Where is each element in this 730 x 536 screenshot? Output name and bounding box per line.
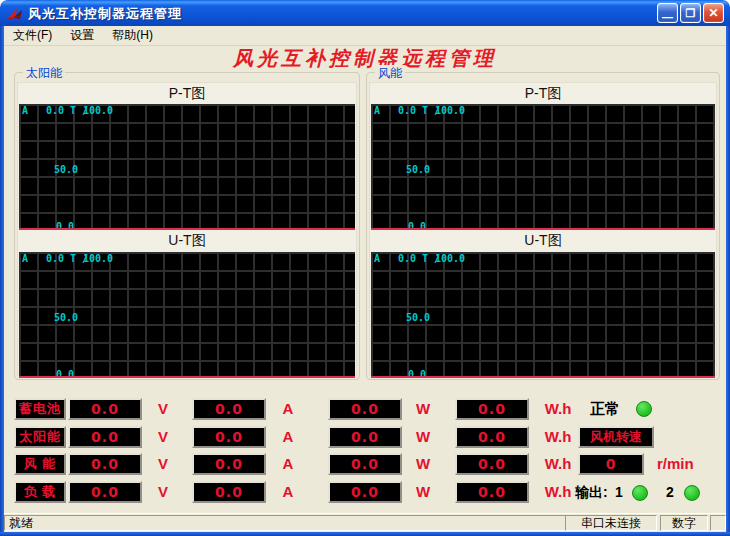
- y-mid-label: 50.0: [54, 312, 78, 323]
- group-label-solar: 太阳能: [23, 65, 65, 82]
- group-label-wind: 风能: [375, 65, 405, 82]
- current-display: 0.0: [192, 398, 266, 420]
- normal-status-led: [636, 401, 652, 417]
- wind-ut-chart: A 0.0 T / 100.0 50.0 0.0: [371, 252, 715, 378]
- y-max-label: 100.0: [435, 253, 465, 264]
- solar-panel-group: 太阳能 P-T图 A 0.0 T / 100.0 50.0 0.0 U-T图 A…: [14, 72, 360, 380]
- time-scale-label: 0.0 T /: [46, 105, 88, 116]
- output-label: 输出:: [575, 484, 608, 502]
- app-icon: [7, 5, 23, 21]
- y-mid-label: 50.0: [406, 164, 430, 175]
- minimize-button[interactable]: —: [657, 3, 678, 23]
- app-window: 风光互补控制器远程管理 — ❐ ✕ 文件(F) 设置 帮助(H) 风光互补控制器…: [0, 0, 730, 536]
- power-display: 0.0: [328, 453, 402, 475]
- window-border-left: [0, 24, 4, 536]
- power-display: 0.0: [328, 398, 402, 420]
- readout-label: 蓄电池: [14, 398, 66, 420]
- energy-unit: W.h: [535, 455, 581, 472]
- output1-led: [632, 485, 648, 501]
- current-display: 0.0: [192, 426, 266, 448]
- current-unit: A: [270, 428, 306, 445]
- y-max-label: 100.0: [435, 105, 465, 116]
- voltage-unit: V: [145, 428, 181, 445]
- readout-row-wind: 风 能 0.0 V 0.0 A 0.0 W 0.0 W.h 0 r/min: [0, 453, 730, 477]
- chart-title-ut: U-T图: [18, 230, 356, 251]
- voltage-display: 0.0: [68, 398, 142, 420]
- current-display: 0.0: [192, 453, 266, 475]
- maximize-button[interactable]: ❐: [680, 3, 701, 23]
- voltage-display: 0.0: [68, 481, 142, 503]
- menu-item-help[interactable]: 帮助(H): [103, 26, 162, 45]
- chart-title-pt: P-T图: [370, 83, 716, 104]
- page-title: 风光互补控制器远程管理: [0, 45, 730, 72]
- window-border-right: [726, 24, 730, 536]
- voltage-unit: V: [145, 483, 181, 500]
- y-max-label: 100.0: [83, 253, 113, 264]
- voltage-unit: V: [145, 455, 181, 472]
- y-min-label: 0.0: [408, 221, 426, 230]
- wind-pt-chart: A 0.0 T / 100.0 50.0 0.0: [371, 104, 715, 230]
- energy-unit: W.h: [535, 400, 581, 417]
- fan-speed-label: 风机转速: [578, 426, 654, 448]
- solar-ut-chart: A 0.0 T / 100.0 50.0 0.0: [19, 252, 355, 378]
- energy-display: 0.0: [455, 453, 529, 475]
- power-unit: W: [405, 455, 441, 472]
- close-button[interactable]: ✕: [703, 3, 724, 23]
- normal-status-label: 正常: [590, 400, 620, 419]
- energy-display: 0.0: [455, 426, 529, 448]
- solar-pt-chart: A 0.0 T / 100.0 50.0 0.0: [19, 104, 355, 230]
- output2-label: 2: [666, 484, 674, 500]
- fan-speed-unit: r/min: [657, 455, 694, 472]
- readout-label: 负 载: [14, 481, 66, 503]
- y-axis-label: A: [374, 253, 380, 264]
- current-unit: A: [270, 455, 306, 472]
- y-mid-label: 50.0: [406, 312, 430, 323]
- readout-row-load: 负 载 0.0 V 0.0 A 0.0 W 0.0 W.h 输出: 1 2: [0, 481, 730, 505]
- energy-display: 0.0: [455, 398, 529, 420]
- y-min-label: 0.0: [56, 369, 74, 378]
- statusbar: 就绪 串口未连接 数字: [4, 513, 726, 532]
- menu-item-file[interactable]: 文件(F): [4, 26, 61, 45]
- window-title: 风光互补控制器远程管理: [28, 5, 182, 23]
- statusbar-serial-status: 串口未连接: [565, 515, 657, 531]
- fan-speed-display: 0: [578, 453, 644, 475]
- wind-chart-card: P-T图 A 0.0 T / 100.0 50.0 0.0 U-T图 A 0.0…: [369, 82, 717, 376]
- y-axis-label: A: [22, 105, 28, 116]
- statusbar-mode: 数字: [660, 515, 708, 531]
- voltage-display: 0.0: [68, 453, 142, 475]
- y-axis-label: A: [22, 253, 28, 264]
- readout-row-battery: 蓄电池 0.0 V 0.0 A 0.0 W 0.0 W.h 正常: [0, 398, 730, 422]
- time-scale-label: 0.0 T /: [398, 105, 440, 116]
- window-titlebar[interactable]: 风光互补控制器远程管理 — ❐ ✕: [0, 0, 730, 26]
- readout-row-solar: 太阳能 0.0 V 0.0 A 0.0 W 0.0 W.h 风机转速: [0, 426, 730, 450]
- y-mid-label: 50.0: [54, 164, 78, 175]
- time-scale-label: 0.0 T /: [46, 253, 88, 264]
- voltage-display: 0.0: [68, 426, 142, 448]
- y-min-label: 0.0: [408, 369, 426, 378]
- power-unit: W: [405, 483, 441, 500]
- menu-item-settings[interactable]: 设置: [61, 26, 103, 45]
- y-max-label: 100.0: [83, 105, 113, 116]
- chart-title-ut: U-T图: [370, 230, 716, 251]
- output2-led: [684, 485, 700, 501]
- power-display: 0.0: [328, 426, 402, 448]
- y-min-label: 0.0: [56, 221, 74, 230]
- current-unit: A: [270, 483, 306, 500]
- power-display: 0.0: [328, 481, 402, 503]
- chart-title-pt: P-T图: [18, 83, 356, 104]
- voltage-unit: V: [145, 400, 181, 417]
- power-unit: W: [405, 400, 441, 417]
- power-unit: W: [405, 428, 441, 445]
- solar-chart-card: P-T图 A 0.0 T / 100.0 50.0 0.0 U-T图 A 0.0…: [17, 82, 357, 376]
- menubar: 文件(F) 设置 帮助(H): [4, 26, 726, 46]
- window-border-bottom: [0, 532, 730, 536]
- wind-panel-group: 风能 P-T图 A 0.0 T / 100.0 50.0 0.0 U-T图 A …: [366, 72, 720, 380]
- y-axis-label: A: [374, 105, 380, 116]
- current-unit: A: [270, 400, 306, 417]
- time-scale-label: 0.0 T /: [398, 253, 440, 264]
- readout-label: 太阳能: [14, 426, 66, 448]
- readout-label: 风 能: [14, 453, 66, 475]
- energy-unit: W.h: [535, 428, 581, 445]
- energy-display: 0.0: [455, 481, 529, 503]
- statusbar-spacer: [710, 515, 726, 531]
